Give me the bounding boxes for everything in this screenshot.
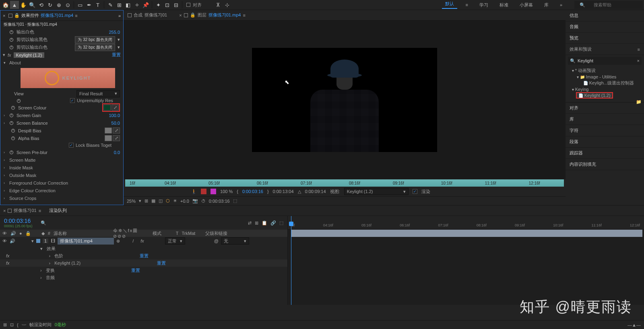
stopwatch-icon[interactable] [11, 105, 16, 110]
eraser-tool-icon[interactable]: ◧ [124, 1, 132, 9]
timeline-tab-comp[interactable]: × 抠像练习01 ≡ [3, 208, 41, 214]
panel-preview[interactable]: 预览 [566, 33, 644, 44]
lock-icon[interactable]: 🔒 [14, 13, 20, 18]
prop-group[interactable]: ›Outside Mask [0, 171, 123, 179]
tl-tool-icon[interactable]: ⬚ [279, 220, 283, 226]
col-mode[interactable]: 模式 [153, 230, 173, 236]
prop-group[interactable]: ›Inside Mask [0, 164, 123, 171]
brush-tool-icon[interactable]: ✎ [106, 1, 115, 9]
workspace-small[interactable]: 小屏幕 [516, 2, 536, 8]
panel-paragraph[interactable]: 段落 [566, 136, 644, 148]
exposure-value[interactable]: +0.0 [180, 199, 189, 204]
clone-tool-icon[interactable]: ⊞ [115, 1, 124, 9]
current-time[interactable]: 0:00:03:16 [209, 199, 230, 204]
roto-tool-icon[interactable]: ✧ [132, 1, 141, 9]
comp-tab[interactable]: 合成 抠像练习01 [128, 12, 167, 18]
stopwatch-icon[interactable] [11, 128, 16, 133]
mask-icon[interactable]: ◫ [159, 198, 163, 204]
stopwatch-icon[interactable] [9, 113, 14, 118]
align-checkbox[interactable] [184, 1, 193, 9]
panel-content-aware[interactable]: 内容识别填充 [566, 159, 644, 170]
timeline-ruler[interactable]: 5f04:16f05:16f06:16f07:16f08:16f09:16f10… [288, 216, 644, 230]
out-timecode[interactable]: 0:00:13:04 [273, 189, 294, 194]
tree-anim-presets[interactable]: ▾ * 动画预设 [568, 67, 642, 74]
stopwatch-icon[interactable] [9, 121, 14, 125]
zoom-dropdown[interactable]: 25% [127, 199, 136, 204]
eyedropper-icon[interactable]: ⤢ [111, 105, 119, 111]
zoom-slider-icon[interactable]: —▲— [627, 323, 641, 327]
viewer-canvas[interactable]: ⬉ [124, 21, 566, 179]
grid-icon[interactable]: ▦ [151, 198, 155, 204]
prop-group[interactable]: ›Source Crops [0, 194, 123, 202]
in-icon[interactable]: { [237, 189, 238, 194]
tree-image-util[interactable]: ▾ 📁 Image - Utilities [568, 74, 642, 80]
colour-swatch[interactable] [103, 105, 111, 111]
workspace-learn[interactable]: 学习 [476, 2, 491, 8]
tl-tool-icon[interactable]: ⇄ [248, 220, 252, 226]
panel-character[interactable]: 字符 [566, 125, 644, 136]
expand-icon[interactable]: » [118, 13, 121, 18]
red-chip[interactable] [201, 189, 206, 194]
colour-swatch[interactable] [105, 135, 112, 141]
label-color[interactable] [36, 239, 40, 243]
tree-keying[interactable]: ▾ Keying [568, 86, 642, 92]
orbit-tool-icon[interactable]: ⟲ [37, 1, 45, 9]
snap-icon[interactable]: ⊡ [163, 1, 171, 9]
magenta-chip[interactable] [211, 189, 216, 194]
audio-col-icon[interactable]: 🔊 [10, 231, 16, 236]
layer-levels[interactable]: fx›色阶重置 [0, 252, 287, 259]
snap2-icon[interactable]: ⊟ [171, 1, 180, 9]
close-icon[interactable]: × [3, 13, 5, 18]
axis-icon[interactable]: ✦ [154, 1, 163, 9]
current-timecode[interactable]: 0:00:03:16 00091 (25.00 fps) [0, 216, 37, 230]
timeline-right[interactable]: 5f04:16f05:16f06:16f07:16f08:16f09:16f10… [288, 216, 644, 305]
tab-menu-icon[interactable]: ≡ [75, 13, 77, 18]
snapshot-icon[interactable]: 📷 [192, 198, 198, 204]
in-timecode[interactable]: 0:00:03:16 [242, 189, 263, 194]
visibility-col-icon[interactable]: 👁 [2, 231, 7, 236]
audio-toggle[interactable]: 🔊 [10, 239, 15, 244]
layer-tab[interactable]: × 🔒 图层 抠像练习01.mp4 ≡ [179, 12, 246, 18]
region-icon[interactable]: ⬚ [233, 198, 237, 204]
snapping-icon[interactable]: ⊹ [223, 1, 231, 9]
rect-tool-icon[interactable]: ▭ [76, 1, 85, 9]
stopwatch-icon[interactable] [9, 37, 14, 42]
panel-menu-icon[interactable]: ≡ [638, 47, 640, 52]
eyedropper-icon[interactable]: ⤢ [113, 135, 120, 141]
blend-mode-dropdown[interactable]: 正常▾ [165, 237, 185, 245]
view-dropdown[interactable]: Final Result▾ [76, 90, 120, 97]
motion-blur-icon[interactable]: 〰 [22, 323, 26, 327]
pen-tool-icon[interactable]: ✒ [85, 1, 93, 9]
fx-reset[interactable]: 重置 [112, 52, 121, 58]
toggle-switches-icon[interactable]: ⊞ [3, 322, 7, 327]
stopwatch-icon[interactable] [17, 99, 21, 103]
prop-group[interactable]: ›Edge Colour Correction [0, 187, 123, 194]
exposure-icon[interactable]: ☀ [173, 198, 177, 204]
stopwatch-icon[interactable] [9, 30, 14, 35]
solo-col-icon[interactable]: ● [19, 231, 22, 236]
magnet-icon[interactable]: ⊼ [214, 1, 223, 9]
lock-biases-checkbox[interactable]: ✓ [69, 143, 74, 148]
col-parent[interactable]: 父级和链接 [205, 230, 227, 236]
layer-keylight[interactable]: fx›Keylight (1.2)重置 [0, 259, 287, 267]
playhead[interactable] [291, 216, 291, 305]
visibility-toggle[interactable]: 👁 [2, 239, 7, 243]
workspace-default[interactable]: 默认 [442, 1, 457, 9]
tl-tool-icon[interactable]: 📋 [262, 220, 267, 226]
layer-name[interactable]: 抠像练习01.mp4 [58, 238, 114, 245]
time-icon[interactable]: ⏱ [201, 199, 206, 204]
col-source[interactable]: 源名称 [54, 230, 110, 236]
close-icon[interactable]: × [3, 208, 6, 213]
colour-swatch[interactable] [105, 127, 112, 134]
panel-library[interactable]: 库 [566, 114, 644, 125]
view-dropdown[interactable]: Keylight (1.2)▾ [344, 188, 409, 195]
help-search[interactable]: 🔍 搜索帮助 [574, 1, 643, 9]
hand-tool-icon[interactable]: ✋ [19, 1, 28, 9]
search-icon[interactable]: 🔍 [41, 220, 46, 226]
effects-search-input[interactable] [578, 58, 635, 63]
parent-dropdown[interactable]: 无▾ [221, 237, 249, 245]
fx-about[interactable]: ▾ About [0, 59, 123, 66]
label-col-icon[interactable]: ◆ [41, 231, 45, 236]
layer-clip[interactable] [291, 230, 642, 237]
layer-transform[interactable]: ›变换重置 [0, 267, 287, 274]
